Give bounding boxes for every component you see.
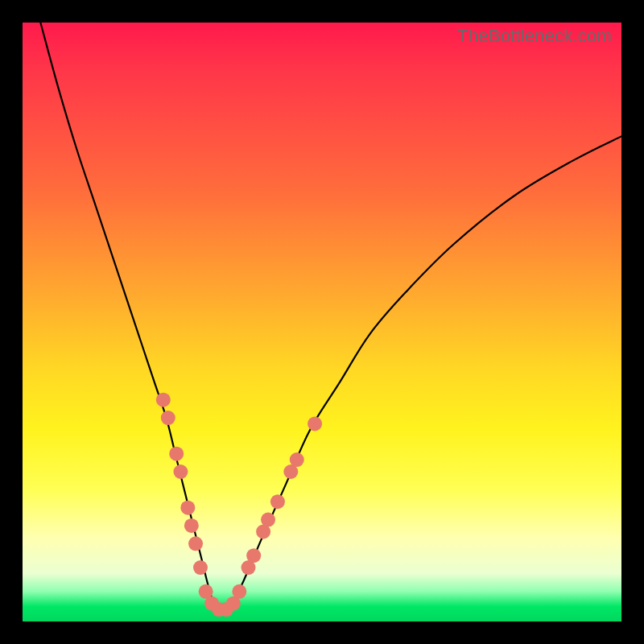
highlight-bead <box>261 513 275 527</box>
highlight-bead <box>180 501 195 515</box>
bottleneck-curve <box>40 23 621 609</box>
highlight-beads-group <box>156 393 322 617</box>
highlight-bead <box>169 447 184 461</box>
highlight-bead <box>173 464 188 479</box>
highlight-bead <box>161 411 175 425</box>
highlight-bead <box>193 560 208 575</box>
highlight-bead <box>184 518 199 533</box>
chart-frame: TheBottleneck.com <box>0 0 644 644</box>
highlight-bead <box>290 452 304 467</box>
highlight-bead <box>156 393 171 407</box>
highlight-bead <box>270 494 285 509</box>
chart-svg <box>23 23 621 621</box>
highlight-bead <box>232 584 246 599</box>
highlight-bead <box>246 548 261 563</box>
highlight-bead <box>308 416 322 431</box>
highlight-bead <box>188 536 203 551</box>
plot-area: TheBottleneck.com <box>23 23 621 621</box>
